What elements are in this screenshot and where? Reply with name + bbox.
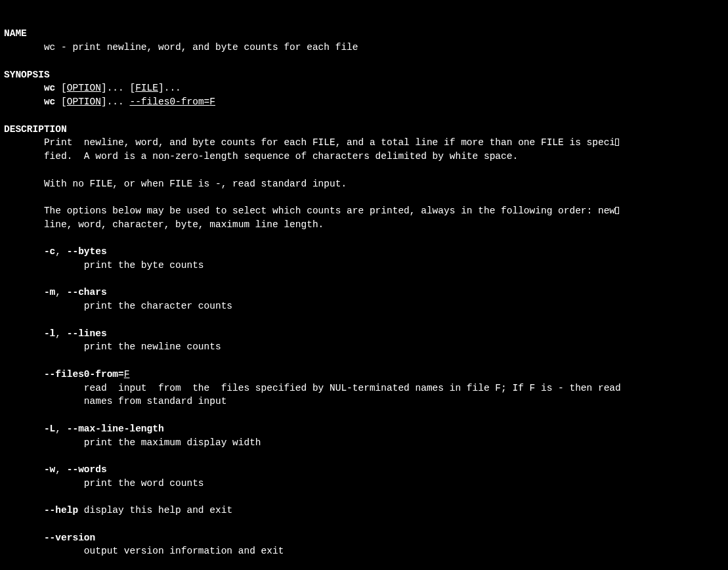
option-maxline-long: --max-line-length: [67, 424, 164, 434]
option-lines-short: -l: [44, 328, 55, 339]
synopsis-cmd-1: wc: [44, 83, 55, 93]
synopsis-file-placeholder: FILE: [135, 83, 158, 93]
option-help-long: --help: [44, 505, 78, 515]
option-bytes-short: -c: [44, 246, 55, 257]
option-sep: ,: [55, 328, 66, 339]
option-version-desc: output version information and exit: [84, 546, 284, 556]
option-maxline-desc: print the maximum display width: [84, 437, 261, 448]
option-sep: ,: [55, 287, 66, 297]
desc-para3-b: line, word, character, byte, maximum lin…: [44, 219, 324, 230]
hyphenation-glyph-1: [615, 139, 619, 146]
desc-para1-b: fied. A word is a non-zero-length sequen…: [44, 151, 518, 162]
section-heading-description: DESCRIPTION: [4, 124, 67, 135]
section-heading-name: NAME: [4, 28, 27, 39]
option-maxline-short: -L: [44, 424, 55, 434]
option-lines-desc: print the newline counts: [84, 341, 221, 352]
name-text: wc - print newline, word, and byte count…: [44, 42, 358, 53]
synopsis-dots-3: ...: [107, 97, 124, 107]
option-files0-desc-a: read input from the files specified by N…: [84, 383, 621, 393]
hyphenation-glyph-2: [615, 207, 619, 214]
option-sep: ,: [55, 246, 66, 257]
option-files0-long: --files0-from=: [44, 369, 124, 380]
option-bytes-long: --bytes: [67, 246, 107, 257]
synopsis-files0-arg: F: [209, 97, 215, 107]
desc-para2: With no FILE, or when FILE is -, read st…: [44, 179, 347, 189]
desc-para1-a: Print newline, word, and byte counts for…: [44, 137, 615, 148]
synopsis-dots-1: ...: [107, 83, 124, 93]
option-version-long: --version: [44, 533, 95, 543]
synopsis-option-placeholder-1: OPTION: [67, 83, 101, 93]
option-lines-long: --lines: [67, 328, 107, 339]
option-words-desc: print the word counts: [84, 478, 204, 489]
option-chars-desc: print the character counts: [84, 301, 232, 311]
section-heading-synopsis: SYNOPSIS: [4, 70, 50, 80]
option-help-desc: display this help and exit: [84, 505, 232, 515]
option-chars-long: --chars: [67, 287, 107, 297]
synopsis-cmd-2: wc: [44, 97, 55, 107]
synopsis-dots-2: ...: [164, 83, 181, 93]
option-files0-arg: F: [124, 369, 130, 380]
desc-para3-a: The options below may be used to select …: [44, 206, 615, 216]
synopsis-option-placeholder-2: OPTION: [67, 97, 101, 107]
option-words-short: -w: [44, 464, 55, 475]
option-sep: ,: [55, 424, 66, 434]
option-chars-short: -m: [44, 287, 55, 297]
option-files0-desc-b: names from standard input: [84, 396, 227, 406]
option-words-long: --words: [67, 464, 107, 475]
option-bytes-desc: print the byte counts: [84, 260, 204, 271]
option-sep: ,: [55, 464, 66, 475]
synopsis-files0-flag: --files0-from=: [129, 97, 209, 107]
